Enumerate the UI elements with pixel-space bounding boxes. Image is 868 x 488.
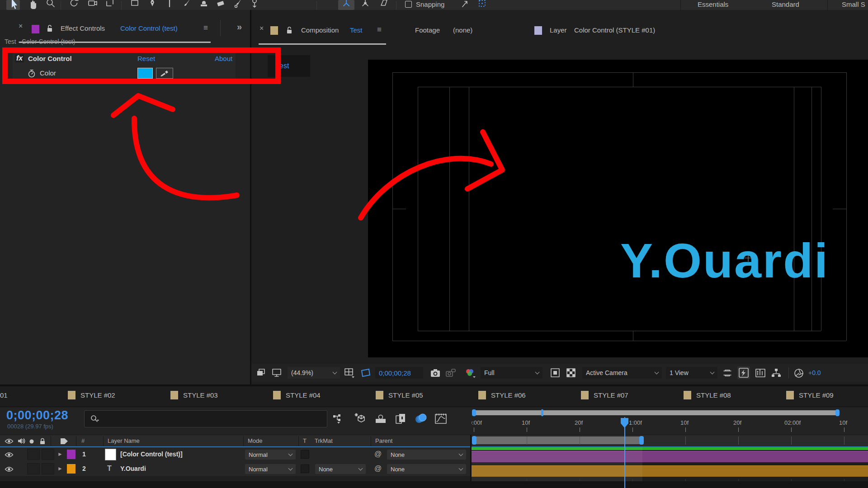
blend-mode-dropdown[interactable]: Normal [245, 450, 296, 460]
navigator-end-handle[interactable] [835, 409, 840, 416]
snapping-checkbox[interactable] [405, 1, 412, 8]
workspace-tab-essentials[interactable]: Essentials [698, 0, 728, 8]
selection-tool-button[interactable] [6, 0, 20, 10]
footage-tab-title[interactable]: Footage [415, 26, 440, 34]
roto-brush-tool-button[interactable] [231, 0, 245, 10]
composition-comp-name[interactable]: Test [350, 26, 363, 34]
close-icon[interactable]: × [19, 22, 23, 30]
clone-stamp-tool-button[interactable] [197, 0, 211, 10]
work-area-start-handle[interactable] [472, 436, 476, 445]
preserve-transparency-checkbox[interactable] [301, 465, 309, 473]
trkmat-dropdown[interactable]: None [315, 464, 366, 474]
audio-cell[interactable] [27, 463, 40, 474]
axis-view-button[interactable] [376, 0, 392, 10]
viewer-timecode-box[interactable]: 0;00;00;28 [375, 367, 423, 379]
current-timecode[interactable]: 0;00;00;28 [6, 408, 68, 422]
timeline-tab[interactable]: STYLE #04 [273, 391, 321, 399]
view-layout-dropdown[interactable]: 1 View [666, 367, 717, 379]
layer-name[interactable]: [Color Control (test)] [120, 450, 183, 458]
layer-name-column-label[interactable]: Layer Name [108, 437, 140, 444]
type-tool-button[interactable] [163, 0, 176, 10]
pick-whip-icon[interactable]: @ [374, 465, 382, 473]
timeline-tab[interactable]: STYLE #07 [581, 391, 628, 399]
snapshot-camera-icon[interactable] [429, 367, 441, 379]
show-snapshot-icon[interactable] [445, 367, 457, 379]
parent-column-label[interactable]: Parent [375, 437, 392, 444]
preserve-transparency-checkbox[interactable] [301, 450, 309, 459]
workspace-tab-standard[interactable]: Standard [772, 0, 799, 8]
t-column-label[interactable]: T [303, 437, 307, 444]
time-ruler[interactable]: 0:00f 10f 20f 1:00f 10f 20f 02:00f 10f [472, 407, 868, 435]
work-area-end-handle[interactable] [639, 436, 644, 445]
timeline-tab[interactable]: STYLE #08 [684, 391, 731, 399]
color-swatch[interactable] [137, 68, 153, 79]
region-of-interest-icon[interactable] [360, 367, 372, 379]
draft-3d-icon[interactable] [354, 412, 367, 426]
work-area-bar[interactable] [475, 436, 641, 444]
composition-tab-title[interactable]: Composition [301, 26, 339, 34]
axis-world-button[interactable] [357, 0, 373, 10]
eye-icon[interactable] [5, 452, 14, 458]
hand-tool-button[interactable] [26, 0, 40, 10]
search-input[interactable] [84, 410, 327, 427]
panel-title[interactable]: Effect Controls [61, 24, 105, 32]
solo-cell[interactable] [42, 449, 54, 460]
channels-dropdown[interactable]: Full [481, 367, 542, 379]
mode-column-label[interactable]: Mode [248, 437, 263, 444]
graph-editor-icon[interactable] [434, 413, 448, 425]
comp-viewport[interactable]: Y.Ouardi [368, 60, 868, 357]
view-dropdown-camera[interactable]: Active Camera [582, 367, 662, 379]
layer-label-swatch[interactable] [67, 450, 75, 459]
lock-icon[interactable] [286, 26, 293, 34]
exposure-shutter-icon[interactable] [793, 367, 805, 379]
layer-name[interactable]: Y.Ouardi [120, 465, 146, 472]
exposure-value[interactable]: +0.0 [808, 369, 821, 376]
layer-tab-name[interactable]: Color Control (STYLE #01) [574, 26, 655, 34]
panel-overflow-icon[interactable]: » [237, 22, 242, 32]
snap-options-icon[interactable] [476, 0, 489, 10]
puppet-pin-tool-button[interactable] [248, 0, 261, 10]
blend-mode-dropdown[interactable]: Normal [245, 464, 296, 474]
viewer-tab-test[interactable]: Test [268, 55, 310, 77]
pen-tool-button[interactable] [146, 0, 159, 10]
rotate-tool-button[interactable] [67, 0, 80, 10]
always-preview-icon[interactable] [256, 368, 266, 378]
timeline-tab[interactable]: STYLE #06 [478, 391, 526, 399]
comp-flowchart-icon[interactable] [770, 367, 782, 379]
motion-blur-icon[interactable] [414, 413, 428, 425]
grid-guides-icon[interactable] [344, 367, 355, 379]
footage-tab-name[interactable]: (none) [453, 26, 472, 34]
timeline-tab[interactable]: STYLE #05 [376, 391, 423, 399]
axis-local-button[interactable] [338, 0, 354, 10]
stopwatch-icon[interactable] [27, 69, 36, 79]
timeline-tab[interactable]: STYLE #01 [0, 391, 8, 399]
layer-row-1[interactable]: ► 1 [Color Control (test)] Normal @ None [0, 447, 472, 462]
panel-divider-vertical[interactable] [250, 10, 251, 385]
parent-dropdown[interactable]: None [387, 450, 466, 460]
camera-tool-button[interactable] [86, 0, 99, 10]
expand-arrow-icon[interactable]: ► [57, 451, 63, 457]
number-column-label[interactable]: # [81, 437, 85, 444]
eraser-tool-button[interactable] [214, 0, 228, 10]
columns-graph-divider[interactable] [470, 435, 472, 488]
expand-arrow-icon[interactable]: ► [57, 465, 63, 472]
shy-icon[interactable] [374, 413, 387, 424]
checkerboard-icon[interactable] [566, 367, 577, 379]
comp-text-layer[interactable]: Y.Ouardi [620, 232, 829, 289]
brush-tool-button[interactable] [180, 0, 193, 10]
timeline-tab[interactable]: STYLE #03 [170, 391, 218, 399]
layer-tab-title[interactable]: Layer [550, 26, 567, 34]
pick-whip-icon[interactable]: @ [374, 450, 382, 458]
parent-dropdown[interactable]: None [387, 464, 466, 474]
pan-behind-tool-button[interactable] [103, 0, 117, 10]
effect-breadcrumb[interactable]: Test · Color Control (test) [5, 38, 75, 45]
trkmat-column-label[interactable]: TrkMat [315, 437, 333, 444]
eyedropper-button[interactable] [156, 68, 173, 79]
eye-icon[interactable] [5, 466, 14, 472]
panel-menu-icon[interactable]: ≡ [377, 25, 382, 34]
transparency-grid-icon[interactable] [550, 367, 561, 379]
zoom-tool-button[interactable] [43, 0, 57, 10]
effect-about-link[interactable]: About [215, 55, 232, 62]
timeline-navigator-track[interactable] [474, 410, 839, 415]
lock-icon[interactable] [46, 24, 53, 33]
